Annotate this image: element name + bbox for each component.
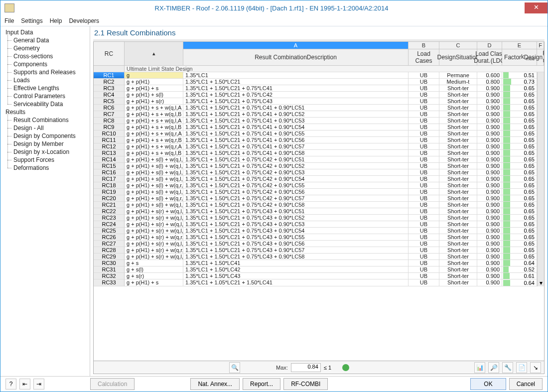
row-header[interactable]: RC2 <box>94 79 125 85</box>
cell-situation[interactable]: UB <box>409 273 439 279</box>
cell-ratio[interactable]: 0.52 <box>502 266 537 273</box>
cell-situation[interactable]: UB <box>409 241 439 247</box>
cell-ldc[interactable]: Short-ter <box>439 105 477 111</box>
cell-description[interactable]: g + p(H1) + s + w(q,l,A <box>125 118 183 124</box>
cell-description[interactable]: g + s <box>125 260 183 266</box>
cell-description[interactable]: g + p(H1) + s + w(q,l,B <box>125 111 183 118</box>
cancel-button[interactable]: Cancel <box>509 378 543 390</box>
cell-ldc[interactable]: Short-ter <box>439 279 477 286</box>
tree-results-design-by-components[interactable]: Design by Components <box>2 132 90 140</box>
tree-input-effective-lengths[interactable]: Effective Lengths <box>2 84 90 92</box>
tree-results-deformations[interactable]: Deformations <box>2 164 90 172</box>
cell-description[interactable]: g + p(H1) + s + w(q,l,B <box>125 150 183 156</box>
cell-loadcases[interactable]: 1.35*LC1 + 1.50*LC21 + 0.75*LC43 <box>183 98 409 105</box>
cell-description[interactable]: g + p(H1) + s(r) + w(q,l, <box>125 241 183 247</box>
cell-loadcases[interactable]: 1.35*LC1 + 1.50*LC21 + 0.75*LC43 + 0.90*… <box>183 254 409 260</box>
cell-kmod[interactable]: 0.900 <box>477 124 502 131</box>
cell-loadcases[interactable]: 1.35*LC1 + 1.50*LC21 + 0.75*LC42 + 0.90*… <box>183 163 409 169</box>
cell-situation[interactable]: UB <box>409 131 439 137</box>
cell-situation[interactable]: UB <box>409 254 439 260</box>
tree-input-components[interactable]: Components <box>2 60 90 68</box>
row-header[interactable]: RC30 <box>94 260 125 266</box>
cell-loadcases[interactable]: 1.35*LC1 + 1.50*LC21 + 0.75*LC43 + 0.90*… <box>183 234 409 241</box>
cell-situation[interactable]: UB <box>409 202 439 208</box>
cell-ldc[interactable]: Short-ter <box>439 228 477 234</box>
cell-description[interactable]: g + p(H1) + s(l) + w(q,l, <box>125 169 183 176</box>
cell-kmod[interactable]: 0.900 <box>477 273 502 279</box>
cell-loadcases[interactable]: 1.35*LC1 + 1.50*LC41 <box>183 260 409 266</box>
calculation-button[interactable]: Calculation <box>90 378 135 390</box>
cell-ldc[interactable]: Short-ter <box>439 98 477 105</box>
cell-ratio[interactable]: 0.65 <box>502 182 537 189</box>
cell-kmod[interactable]: 0.900 <box>477 118 502 124</box>
nav-next-icon[interactable]: ⇥ <box>33 379 44 390</box>
cell-loadcases[interactable]: 1.35*LC1 + 1.50*LC21 + 0.75*LC41 + 0.90*… <box>183 105 409 111</box>
cell-situation[interactable]: UB <box>409 182 439 189</box>
cell-ldc[interactable]: Short-ter <box>439 247 477 254</box>
row-header[interactable]: RC15 <box>94 163 125 169</box>
cell-ratio[interactable]: 0.65 <box>502 143 537 150</box>
cell-kmod[interactable]: 0.900 <box>477 98 502 105</box>
cell-kmod[interactable]: 0.900 <box>477 169 502 176</box>
col-letter-e[interactable]: E <box>502 42 537 49</box>
cell-ratio[interactable]: 0.64 <box>502 260 537 266</box>
row-header[interactable]: RC3 <box>94 85 125 92</box>
cell-kmod[interactable]: 0.900 <box>477 163 502 169</box>
tree-input-loads[interactable]: Loads <box>2 76 90 84</box>
ok-button[interactable]: OK <box>470 378 506 390</box>
cell-loadcases[interactable]: 1.35*LC1 + 1.50*LC21 + 0.75*LC43 + 0.90*… <box>183 247 409 254</box>
col-ldc[interactable]: Load Durat.Class (LDC <box>477 49 502 66</box>
cell-ldc[interactable]: Short-ter <box>439 182 477 189</box>
row-header[interactable]: RC25 <box>94 228 125 234</box>
cell-situation[interactable]: UB <box>409 111 439 118</box>
cell-ldc[interactable]: Short-ter <box>439 176 477 182</box>
cell-kmod[interactable]: 0.900 <box>477 202 502 208</box>
cell-situation[interactable]: UB <box>409 215 439 221</box>
cell-loadcases[interactable]: 1.35*LC1 + 1.50*LC21 + 0.75*LC41 + 0.90*… <box>183 131 409 137</box>
cell-loadcases[interactable]: 1.35*LC1 + 1.50*LC21 + 0.75*LC41 + 0.90*… <box>183 143 409 150</box>
cell-ratio[interactable]: 0.65 <box>502 176 537 182</box>
cell-ldc[interactable]: Short-ter <box>439 189 477 195</box>
cell-situation[interactable]: UB <box>409 163 439 169</box>
cell-loadcases[interactable]: 1.35*LC1 + 1.50*LC43 <box>183 273 409 279</box>
cell-loadcases[interactable]: 1.35*LC1 + 1.50*LC21 + 0.75*LC42 + 0.90*… <box>183 189 409 195</box>
cell-ratio[interactable]: 0.65 <box>502 208 537 215</box>
cell-kmod[interactable]: 0.900 <box>477 189 502 195</box>
cell-kmod[interactable]: 0.900 <box>477 234 502 241</box>
cell-ldc[interactable]: Short-ter <box>439 143 477 150</box>
row-header[interactable]: RC19 <box>94 189 125 195</box>
cell-description[interactable]: g + p(H1) + s + w(q,l,B <box>125 124 183 131</box>
row-header[interactable]: RC17 <box>94 176 125 182</box>
cell-ratio[interactable]: 0.65 <box>502 215 537 221</box>
cell-ratio[interactable]: 0.61 <box>502 273 537 279</box>
cell-situation[interactable]: UB <box>409 137 439 143</box>
cell-description[interactable]: g + p(H1) + s(r) <box>125 98 183 105</box>
cell-ldc[interactable]: Short-ter <box>439 169 477 176</box>
col-letter-a[interactable]: A <box>183 42 409 49</box>
cell-kmod[interactable]: 0.600 <box>477 72 502 79</box>
tree-results-design-all[interactable]: Design - All <box>2 124 90 132</box>
row-header[interactable]: RC23 <box>94 215 125 221</box>
cell-ldc[interactable]: Short-ter <box>439 156 477 163</box>
cell-situation[interactable]: UB <box>409 143 439 150</box>
cell-description[interactable]: g + p(H1) + s(l) + w(q,l, <box>125 176 183 182</box>
cell-ldc[interactable]: Short-ter <box>439 260 477 266</box>
cell-situation[interactable]: UB <box>409 266 439 273</box>
cell-loadcases[interactable]: 1.35*LC1 + 1.50*LC21 + 0.75*LC43 + 0.90*… <box>183 241 409 247</box>
cell-ldc[interactable]: Permane <box>439 72 477 79</box>
row-header[interactable]: RC9 <box>94 124 125 131</box>
tree-input-cross-sections[interactable]: Cross-sections <box>2 52 90 60</box>
cell-description[interactable]: g <box>125 72 183 79</box>
row-header[interactable]: RC4 <box>94 92 125 98</box>
cell-situation[interactable]: UB <box>409 105 439 111</box>
cell-ldc[interactable]: Short-ter <box>439 131 477 137</box>
cell-ratio[interactable]: 0.65 <box>502 163 537 169</box>
cell-ratio[interactable]: 0.65 <box>502 111 537 118</box>
cell-ratio[interactable]: 0.65 <box>502 150 537 156</box>
cell-ratio[interactable]: 0.65 <box>502 92 537 98</box>
cell-ratio[interactable]: 0.65 <box>502 228 537 234</box>
cell-description[interactable]: g + p(H1) + s(l) + w(q,r, <box>125 195 183 202</box>
find-icon[interactable]: 🔍 <box>229 362 240 373</box>
cell-situation[interactable]: UB <box>409 247 439 254</box>
cell-situation[interactable]: UB <box>409 189 439 195</box>
